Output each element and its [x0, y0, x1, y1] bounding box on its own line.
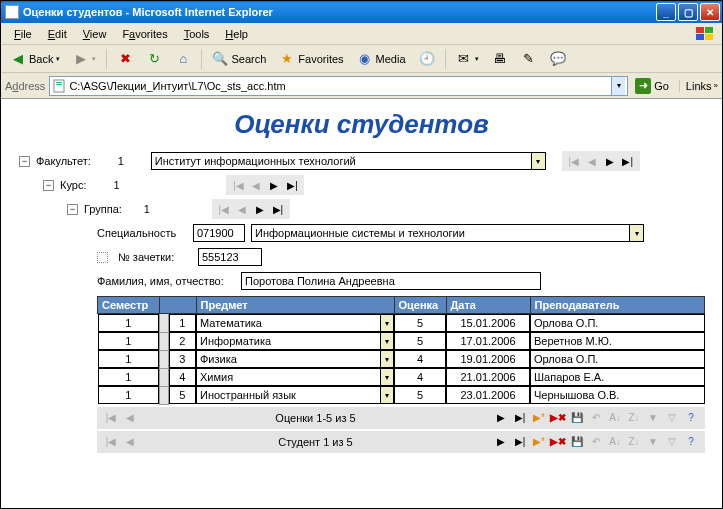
- sort-asc-icon[interactable]: A↓: [607, 410, 623, 426]
- page-first-icon[interactable]: |◀: [103, 410, 119, 426]
- menu-file[interactable]: File: [7, 26, 39, 42]
- discuss-button[interactable]: 💬: [545, 48, 571, 70]
- page-next-icon[interactable]: ▶: [493, 410, 509, 426]
- sort-asc-icon[interactable]: A↓: [607, 434, 623, 450]
- expand-faculty[interactable]: −: [19, 156, 30, 167]
- help-icon[interactable]: ?: [683, 410, 699, 426]
- links-button[interactable]: Links »: [679, 80, 718, 92]
- row-selector[interactable]: [160, 350, 169, 368]
- delete-icon[interactable]: ▶✖: [550, 410, 566, 426]
- cell-semester[interactable]: [98, 314, 160, 332]
- sort-desc-icon[interactable]: Z↓: [626, 410, 642, 426]
- save-icon[interactable]: 💾: [569, 434, 585, 450]
- nav-next-icon[interactable]: ▶: [602, 153, 618, 169]
- home-button[interactable]: ⌂: [170, 48, 196, 70]
- expand-group[interactable]: −: [67, 204, 78, 215]
- nav-last-icon[interactable]: ▶|: [284, 177, 300, 193]
- menu-tools[interactable]: Tools: [177, 26, 217, 42]
- search-button[interactable]: 🔍Search: [207, 48, 271, 70]
- cell-teacher[interactable]: [530, 368, 705, 386]
- edit-button[interactable]: ✎: [516, 48, 542, 70]
- nav-next-icon[interactable]: ▶: [266, 177, 282, 193]
- cell-grade[interactable]: [394, 386, 446, 404]
- page-prev-icon[interactable]: ◀: [122, 410, 138, 426]
- fio-field[interactable]: [241, 272, 541, 290]
- page-last-icon[interactable]: ▶|: [512, 410, 528, 426]
- forward-button[interactable]: ▶▾: [68, 48, 101, 70]
- chevron-down-icon[interactable]: ▾: [380, 368, 394, 386]
- cell-subject[interactable]: ▾: [196, 386, 394, 404]
- stop-button[interactable]: ✖: [112, 48, 138, 70]
- row-selector[interactable]: [160, 332, 169, 350]
- page-prev-icon[interactable]: ◀: [122, 434, 138, 450]
- cell-subject[interactable]: ▾: [196, 314, 394, 332]
- filter-icon[interactable]: ▼: [645, 410, 661, 426]
- cell-date[interactable]: [446, 368, 530, 386]
- cell-semester[interactable]: [98, 368, 160, 386]
- chevron-down-icon[interactable]: ▾: [380, 314, 394, 332]
- cell-num[interactable]: [169, 386, 197, 404]
- row-selector[interactable]: [160, 314, 169, 333]
- menu-help[interactable]: Help: [218, 26, 255, 42]
- chevron-down-icon[interactable]: ▾: [380, 350, 394, 368]
- nav-next-icon[interactable]: ▶: [252, 201, 268, 217]
- menu-favorites[interactable]: Favorites: [115, 26, 174, 42]
- chevron-down-icon[interactable]: ▾: [380, 332, 394, 350]
- page-new-icon[interactable]: ▶*: [531, 434, 547, 450]
- cell-num[interactable]: [169, 332, 197, 350]
- row-selector[interactable]: [160, 386, 169, 404]
- nav-last-icon[interactable]: ▶|: [270, 201, 286, 217]
- address-dropdown[interactable]: ▾: [611, 77, 625, 95]
- spec-code[interactable]: [193, 224, 245, 242]
- cell-subject[interactable]: ▾: [196, 368, 394, 386]
- chevron-down-icon[interactable]: ▾: [629, 224, 644, 242]
- go-button[interactable]: ➜Go: [632, 76, 672, 96]
- page-last-icon[interactable]: ▶|: [512, 434, 528, 450]
- filter-off-icon[interactable]: ▽: [664, 434, 680, 450]
- cell-subject[interactable]: ▾: [196, 332, 394, 350]
- cell-teacher[interactable]: [530, 350, 705, 368]
- faculty-combo[interactable]: ▾: [151, 152, 546, 170]
- page-new-icon[interactable]: ▶*: [531, 410, 547, 426]
- cell-date[interactable]: [446, 386, 530, 404]
- maximize-button[interactable]: ▢: [678, 3, 698, 21]
- favorites-button[interactable]: ★Favorites: [274, 48, 348, 70]
- cell-num[interactable]: [169, 314, 197, 332]
- cell-num[interactable]: [169, 350, 197, 368]
- cell-grade[interactable]: [394, 314, 446, 332]
- expand-zach[interactable]: [97, 252, 108, 263]
- cell-teacher[interactable]: [530, 386, 705, 404]
- nav-prev-icon[interactable]: ◀: [584, 153, 600, 169]
- zach-field[interactable]: [198, 248, 262, 266]
- menu-edit[interactable]: Edit: [41, 26, 74, 42]
- undo-icon[interactable]: ↶: [588, 434, 604, 450]
- undo-icon[interactable]: ↶: [588, 410, 604, 426]
- back-button[interactable]: ◀Back▾: [5, 48, 65, 70]
- mail-button[interactable]: ✉▾: [451, 48, 484, 70]
- cell-grade[interactable]: [394, 368, 446, 386]
- nav-first-icon[interactable]: |◀: [216, 201, 232, 217]
- expand-course[interactable]: −: [43, 180, 54, 191]
- help-icon[interactable]: ?: [683, 434, 699, 450]
- page-next-icon[interactable]: ▶: [493, 434, 509, 450]
- cell-date[interactable]: [446, 332, 530, 350]
- refresh-button[interactable]: ↻: [141, 48, 167, 70]
- nav-prev-icon[interactable]: ◀: [248, 177, 264, 193]
- cell-teacher[interactable]: [530, 332, 705, 350]
- cell-semester[interactable]: [98, 386, 160, 404]
- nav-first-icon[interactable]: |◀: [230, 177, 246, 193]
- nav-prev-icon[interactable]: ◀: [234, 201, 250, 217]
- chevron-down-icon[interactable]: ▾: [531, 152, 546, 170]
- cell-teacher[interactable]: [530, 314, 705, 332]
- sort-desc-icon[interactable]: Z↓: [626, 434, 642, 450]
- nav-first-icon[interactable]: |◀: [566, 153, 582, 169]
- cell-semester[interactable]: [98, 350, 160, 368]
- nav-last-icon[interactable]: ▶|: [620, 153, 636, 169]
- spec-combo[interactable]: ▾: [251, 224, 644, 242]
- minimize-button[interactable]: _: [656, 3, 676, 21]
- save-icon[interactable]: 💾: [569, 410, 585, 426]
- print-button[interactable]: 🖶: [487, 48, 513, 70]
- address-field[interactable]: C:\ASG\Лекции_Интуит\L7\Oc_sts_acc.htm ▾: [49, 76, 628, 96]
- cell-semester[interactable]: [98, 332, 160, 350]
- menu-view[interactable]: View: [76, 26, 114, 42]
